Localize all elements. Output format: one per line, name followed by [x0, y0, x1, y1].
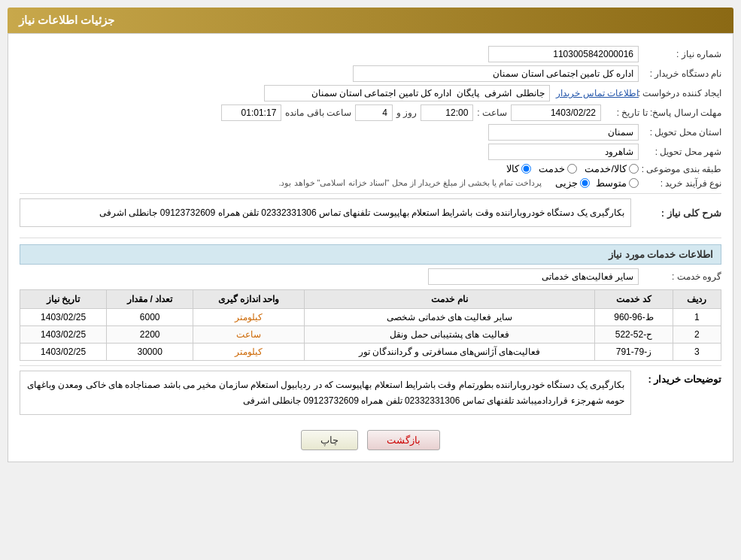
- need-number-row: شماره نیاز :: [20, 46, 721, 62]
- requester-label: ایجاد کننده درخواست :: [639, 88, 721, 98]
- description-text: بکارگیری یک دستگاه خودروباراننده وقت باش…: [99, 207, 624, 218]
- purchase-partial-option[interactable]: جزیی: [555, 177, 590, 189]
- service-group-label: گروه خدمت :: [639, 271, 721, 282]
- buyer-notes-title: توضیحات خریدار :: [631, 371, 721, 388]
- deadline-days-input[interactable]: [355, 104, 393, 121]
- buyer-notes-text: بکارگیری یک دستگاه خودروباراننده بطورتما…: [27, 380, 624, 405]
- table-cell: 2200: [107, 326, 193, 344]
- description-section-title: شرح کلی نیاز :: [631, 204, 721, 222]
- main-content: شماره نیاز : نام دستگاه خریدار : ایجاد ک…: [8, 33, 733, 462]
- category-goods-service-option[interactable]: کالا/خدمت: [585, 163, 639, 174]
- need-number-input[interactable]: [488, 46, 639, 62]
- button-row: چاپ بازگشت: [20, 430, 721, 450]
- table-cell: 6000: [107, 309, 193, 326]
- contact-info-link[interactable]: اطلاعات تماس خریدار: [556, 88, 639, 98]
- description-box: بکارگیری یک دستگاه خودروباراننده وقت باش…: [20, 198, 631, 227]
- province-input[interactable]: [488, 124, 639, 141]
- purchase-type-note: پرداخت تمام یا بخشی از مبلغ خریدار از مح…: [278, 178, 542, 188]
- category-row: طبقه بندی موضوعی : کالا/خدمت خدمت کالا: [20, 163, 721, 174]
- col-header-qty: تعداد / مقدار: [107, 290, 193, 309]
- purchase-partial-label: جزیی: [555, 177, 578, 189]
- table-row: 1ط-96-960سایر فعالیت های خدماتی شخصیکیلو…: [20, 309, 721, 326]
- timer-label: ساعت باقی مانده: [285, 107, 351, 118]
- category-goods-service-label: کالا/خدمت: [585, 163, 627, 174]
- buyer-input[interactable]: [353, 65, 639, 82]
- table-cell: 30000: [107, 344, 193, 361]
- table-cell: کیلومتر: [193, 344, 304, 361]
- table-cell: فعالیت های پشتیبانی حمل ونقل: [304, 326, 594, 344]
- table-cell: سایر فعالیت های خدماتی شخصی: [304, 309, 594, 326]
- deadline-timer-input[interactable]: [221, 104, 281, 121]
- table-row: 2ح-52-522فعالیت های پشتیبانی حمل ونقلساع…: [20, 326, 721, 344]
- table-cell: 1403/02/25: [20, 326, 107, 344]
- table-cell: 3: [673, 344, 721, 361]
- print-button[interactable]: چاپ: [301, 430, 358, 450]
- col-header-name: نام خدمت: [304, 290, 594, 309]
- table-cell: فعالیت‌های آژانس‌های مسافرتی و گردانندگا…: [304, 344, 594, 361]
- category-service-label: خدمت: [539, 163, 565, 174]
- table-cell: ط-96-960: [595, 309, 673, 326]
- purchase-type-row: نوع فرآیند خرید : متوسط جزیی پرداخت تمام…: [20, 177, 721, 189]
- table-cell: ز-79-791: [595, 344, 673, 361]
- col-header-code: کد خدمت: [595, 290, 673, 309]
- table-cell: 1: [673, 309, 721, 326]
- table-cell: ساعت: [193, 326, 304, 344]
- table-cell: ح-52-522: [595, 326, 673, 344]
- col-header-row: ردیف: [673, 290, 721, 309]
- purchase-type-options: متوسط جزیی پرداخت تمام یا بخشی از مبلغ خ…: [278, 177, 639, 189]
- city-row: شهر محل تحویل :: [20, 144, 721, 160]
- time-label: ساعت :: [477, 107, 507, 118]
- table-row: 3ز-79-791فعالیت‌های آژانس‌های مسافرتی و …: [20, 344, 721, 361]
- category-label: طبقه بندی موضوعی :: [639, 164, 721, 174]
- category-goods-option[interactable]: کالا: [506, 163, 531, 174]
- category-goods-radio[interactable]: [521, 164, 531, 174]
- services-table: ردیف کد خدمت نام خدمت واحد اندازه گیری ت…: [20, 289, 721, 361]
- back-button[interactable]: بازگشت: [367, 430, 440, 450]
- purchase-medium-option[interactable]: متوسط: [596, 177, 639, 189]
- need-number-label: شماره نیاز :: [639, 49, 721, 59]
- requester-input[interactable]: [264, 85, 550, 101]
- purchase-medium-label: متوسط: [596, 177, 627, 189]
- table-cell: 1403/02/25: [20, 344, 107, 361]
- province-label: استان محل تحویل :: [639, 127, 721, 138]
- table-cell: 2: [673, 326, 721, 344]
- col-header-date: تاریخ نیاز: [20, 290, 107, 309]
- days-label: روز و: [396, 107, 417, 118]
- table-cell: کیلومتر: [193, 309, 304, 326]
- deadline-date-input[interactable]: [511, 104, 601, 121]
- requester-row: ایجاد کننده درخواست : اطلاعات تماس خریدا…: [20, 85, 721, 101]
- page-title: جزئیات اطلاعات نیاز: [19, 14, 114, 26]
- page-header: جزئیات اطلاعات نیاز: [8, 8, 733, 33]
- service-group-input[interactable]: [428, 268, 639, 285]
- province-row: استان محل تحویل :: [20, 124, 721, 141]
- category-radio-group: کالا/خدمت خدمت کالا: [506, 163, 639, 174]
- city-input[interactable]: [488, 144, 639, 160]
- table-cell: 1403/02/25: [20, 309, 107, 326]
- col-header-unit: واحد اندازه گیری: [193, 290, 304, 309]
- deadline-time-input[interactable]: [421, 104, 473, 121]
- category-service-radio[interactable]: [567, 164, 577, 174]
- purchase-partial-radio[interactable]: [580, 178, 590, 188]
- category-goods-label: کالا: [506, 163, 519, 174]
- deadline-row: مهلت ارسال پاسخ: تا تاریخ : ساعت : روز و…: [20, 104, 721, 121]
- category-goods-service-radio[interactable]: [629, 164, 639, 174]
- service-group-row: گروه خدمت :: [20, 268, 721, 285]
- buyer-notes-section: توضیحات خریدار : بکارگیری یک دستگاه خودر…: [20, 371, 721, 421]
- services-section-title: اطلاعات خدمات مورد نیاز: [20, 244, 721, 265]
- buyer-label: نام دستگاه خریدار :: [639, 68, 721, 79]
- purchase-type-label: نوع فرآیند خرید :: [639, 178, 721, 189]
- city-label: شهر محل تحویل :: [639, 147, 721, 157]
- description-section: شرح کلی نیاز : بکارگیری یک دستگاه خودروب…: [20, 198, 721, 233]
- page-wrapper: جزئیات اطلاعات نیاز شماره نیاز : نام دست…: [0, 0, 741, 560]
- purchase-medium-radio[interactable]: [629, 178, 639, 188]
- buyer-notes-box: بکارگیری یک دستگاه خودروباراننده بطورتما…: [20, 371, 631, 415]
- category-service-option[interactable]: خدمت: [539, 163, 577, 174]
- buyer-row: نام دستگاه خریدار :: [20, 65, 721, 82]
- deadline-label: مهلت ارسال پاسخ: تا تاریخ :: [601, 107, 721, 118]
